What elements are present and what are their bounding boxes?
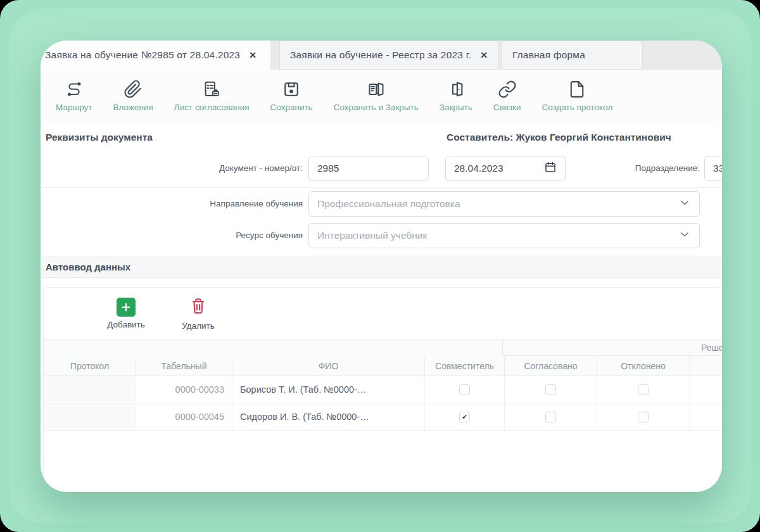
section-divider <box>41 187 722 188</box>
save-button[interactable]: Сохранить <box>270 80 313 112</box>
cell-protocol <box>44 403 136 430</box>
tab-label: Заявки на обучение - Реестр за 2023 г. <box>290 49 471 61</box>
delete-row-button[interactable]: Удалить <box>168 296 229 331</box>
save-close-icon <box>367 80 386 99</box>
group-header-decision: Решение <box>502 339 722 356</box>
cell-fio: Сидоров И. В. (Таб. №0000-… <box>232 403 425 430</box>
training-resource-label: Ресурс обучения <box>41 223 303 248</box>
save-icon <box>282 80 301 99</box>
soglasovano-checkbox[interactable] <box>545 384 556 395</box>
new-document-icon <box>567 80 586 99</box>
table-row[interactable]: 0000-00045 Сидоров И. В. (Таб. №0000-… ✔ <box>44 403 722 431</box>
training-direction-row: Направление обучения Профессиональная по… <box>41 191 722 217</box>
grid-group-header-row: Решение <box>44 339 722 356</box>
app-window: Заявка на обучение №2985 от 28.04.2023 ✕… <box>41 41 722 492</box>
section-title: Реквизиты документа <box>46 132 153 143</box>
grid-toolbar: Добавить Удалить <box>44 288 722 339</box>
route-button[interactable]: Маршрут <box>56 80 92 112</box>
otkloneno-checkbox[interactable] <box>638 412 649 422</box>
tab-requests-registry[interactable]: Заявки на обучение - Реестр за 2023 г. ✕ <box>279 41 498 70</box>
document-number-label: Документ - номер/от: <box>41 156 303 181</box>
attachments-button[interactable]: Вложения <box>113 80 153 112</box>
toolbar-label: Вложения <box>113 103 153 112</box>
col-header-protocol[interactable]: Протокол <box>44 356 136 376</box>
autoinput-section-header: Автоввод данных <box>41 256 722 278</box>
tab-training-request[interactable]: Заявка на обучение №2985 от 28.04.2023 ✕ <box>41 41 270 70</box>
tab-label: Заявка на обучение №2985 от 28.04.2023 <box>45 49 240 61</box>
door-close-icon <box>446 80 466 99</box>
paperclip-icon <box>124 80 142 99</box>
sovmestitel-checkbox[interactable]: ✔ <box>459 412 470 422</box>
close-document-button[interactable]: Закрыть <box>440 80 472 112</box>
employees-grid: Решение Протокол Табельный ФИО Совместит… <box>44 339 722 431</box>
add-row-button[interactable]: Добавить <box>96 298 156 329</box>
cell-otkloneno <box>597 376 690 403</box>
cell-sovmestitel: ✔ <box>425 403 505 430</box>
col-header-sovmestitel[interactable]: Совместитель <box>425 356 505 376</box>
training-direction-label: Направление обучения <box>41 191 303 217</box>
plus-icon <box>117 298 136 317</box>
sovmestitel-checkbox[interactable] <box>459 384 470 395</box>
grid-header-row: Протокол Табельный ФИО Совместитель Согл… <box>44 356 722 376</box>
training-resource-value: Интерактивный учебник <box>317 230 427 241</box>
save-and-close-button[interactable]: Сохранить и Закрыть <box>334 80 419 112</box>
col-header-fio[interactable]: ФИО <box>232 356 425 376</box>
author-label: Составитель: Жуков Георгий Константинови… <box>446 132 671 143</box>
cell-extra <box>690 403 722 430</box>
training-direction-value: Профессиональная подготовка <box>317 198 460 210</box>
delete-row-label: Удалить <box>182 321 215 331</box>
cell-otkloneno <box>597 403 690 430</box>
col-header-otkloneno[interactable]: Отклонено <box>597 356 690 376</box>
document-details-section: Реквизиты документа Составитель: Жуков Г… <box>41 122 722 284</box>
cell-tab-number: 0000-00033 <box>136 376 232 403</box>
toolbar-label: Сохранить <box>270 103 313 112</box>
training-direction-select[interactable]: Профессиональная подготовка <box>308 191 700 217</box>
trash-icon <box>189 296 208 318</box>
soglasovano-checkbox[interactable] <box>545 412 556 422</box>
cell-extra <box>690 376 722 403</box>
cell-sovmestitel <box>425 376 505 403</box>
tab-main-form[interactable]: Главная форма <box>502 41 643 70</box>
close-icon[interactable]: ✕ <box>480 50 488 60</box>
table-row[interactable]: 0000-00033 Борисов Т. И. (Таб. №0000-… <box>44 376 722 403</box>
cell-fio: Борисов Т. И. (Таб. №0000-… <box>232 376 425 403</box>
approval-sheet-icon <box>202 80 221 99</box>
route-icon <box>65 80 84 99</box>
toolbar-label: Маршрут <box>56 103 92 112</box>
col-header-extra <box>690 356 722 376</box>
create-protocol-button[interactable]: Создать протокол <box>542 80 613 112</box>
cell-protocol <box>44 376 136 403</box>
col-header-soglasovano[interactable]: Согласовано <box>505 356 597 376</box>
col-header-tab-number[interactable]: Табельный <box>136 356 232 376</box>
cell-tab-number: 0000-00045 <box>136 403 232 430</box>
department-label: Подразделение: <box>579 156 700 181</box>
links-icon <box>498 80 517 99</box>
toolbar-label: Лист согласования <box>174 103 250 112</box>
otkloneno-checkbox[interactable] <box>638 384 649 395</box>
chevron-down-icon[interactable] <box>678 228 691 243</box>
document-date-input[interactable]: 28.04.2023 <box>445 156 566 181</box>
toolbar-label: Закрыть <box>440 103 472 112</box>
close-icon[interactable]: ✕ <box>249 50 256 60</box>
toolbar: Маршрут Вложения Лист согласования <box>41 70 722 122</box>
autoinput-panel: Добавить Удалить Решение <box>43 287 722 492</box>
cell-soglasovano <box>505 376 597 403</box>
links-button[interactable]: Связки <box>493 80 521 112</box>
toolbar-label: Создать протокол <box>542 103 613 112</box>
toolbar-label: Связки <box>493 103 521 112</box>
department-input[interactable]: 33 <box>704 156 722 181</box>
tab-bar: Заявка на обучение №2985 от 28.04.2023 ✕… <box>41 41 722 70</box>
training-resource-row: Ресурс обучения Интерактивный учебник <box>41 223 722 248</box>
document-date-value: 28.04.2023 <box>454 163 504 174</box>
group-header-spacer <box>44 339 502 356</box>
document-number-input[interactable]: 2985 <box>308 156 429 181</box>
add-row-label: Добавить <box>107 320 145 329</box>
tab-label: Главная форма <box>512 49 585 61</box>
approval-sheet-button[interactable]: Лист согласования <box>174 80 250 112</box>
document-number-row: Документ - номер/от: 2985 28.04.2023 Под… <box>41 156 722 181</box>
chevron-down-icon[interactable] <box>678 196 691 212</box>
calendar-icon[interactable] <box>544 161 557 176</box>
training-resource-select[interactable]: Интерактивный учебник <box>308 223 700 248</box>
toolbar-label: Сохранить и Закрыть <box>334 103 419 112</box>
cell-soglasovano <box>505 403 597 430</box>
